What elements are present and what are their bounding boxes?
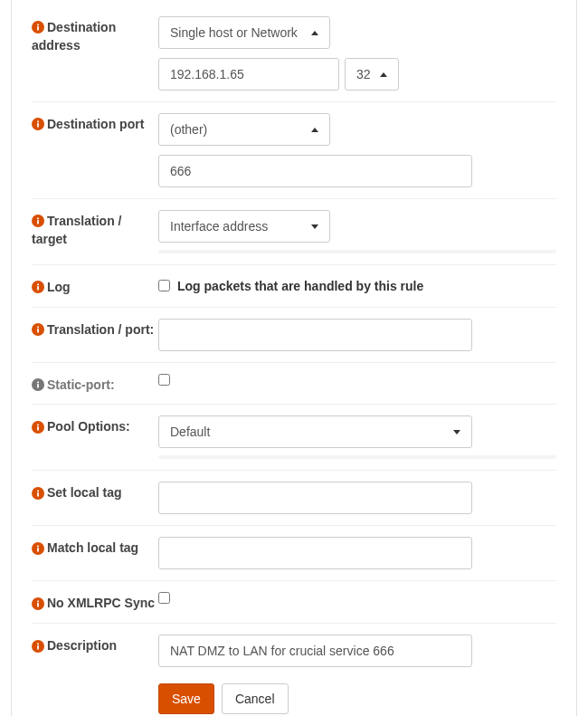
destination-address-type-select[interactable]: Single host or Network: [158, 16, 330, 49]
label-destination-port: Destination port: [32, 113, 158, 187]
match-local-tag-input[interactable]: [158, 537, 472, 569]
label-match-local-tag: Match local tag: [32, 537, 158, 569]
svg-rect-31: [37, 645, 39, 649]
info-icon[interactable]: [32, 215, 44, 227]
destination-address-type-value: Single host or Network: [170, 25, 298, 40]
info-icon[interactable]: [32, 542, 44, 555]
description-input[interactable]: [158, 635, 472, 667]
svg-rect-7: [37, 220, 39, 224]
caret-down-icon: [311, 224, 318, 229]
pool-options-value: Default: [170, 425, 210, 439]
row-match-local-tag: Match local tag: [32, 525, 556, 580]
svg-rect-19: [37, 426, 39, 430]
row-log: Log Log packets that are handled by this…: [32, 264, 556, 307]
static-port-checkbox[interactable]: [158, 374, 170, 386]
svg-rect-29: [37, 600, 39, 602]
svg-rect-13: [37, 329, 39, 332]
svg-rect-25: [37, 548, 39, 551]
pool-options-inputs: Default: [158, 415, 556, 459]
button-row: Save Cancel: [158, 683, 556, 714]
label-description: Description: [32, 635, 158, 667]
label-pool-options: Pool Options:: [32, 415, 158, 459]
helper-strip: [158, 250, 556, 253]
label-static-port: Static-port:: [32, 374, 158, 394]
log-checkbox-label: Log packets that are handled by this rul…: [177, 279, 423, 293]
caret-up-icon: [311, 31, 318, 35]
info-icon[interactable]: [32, 281, 44, 293]
svg-rect-8: [37, 218, 39, 220]
cancel-button[interactable]: Cancel: [222, 683, 289, 714]
row-pool-options: Pool Options: Default: [32, 404, 556, 470]
set-local-tag-inputs: [158, 482, 556, 514]
svg-rect-5: [37, 121, 39, 123]
row-buttons: Save Cancel: [32, 678, 556, 716]
svg-rect-17: [37, 382, 39, 384]
label-translation-target: Translation / target: [32, 210, 158, 253]
label-log: Log: [32, 276, 158, 296]
match-local-tag-inputs: [158, 537, 556, 569]
row-description: Description: [32, 623, 556, 678]
pool-options-select[interactable]: Default: [158, 415, 472, 448]
info-icon[interactable]: [32, 323, 44, 336]
info-icon[interactable]: [32, 421, 44, 434]
svg-rect-1: [37, 26, 39, 30]
button-spacer: [32, 683, 158, 714]
row-no-xmlrpc: No XMLRPC Sync: [32, 580, 556, 623]
svg-rect-20: [37, 424, 39, 425]
svg-rect-4: [37, 123, 39, 127]
destination-port-type-select[interactable]: (other): [158, 113, 330, 146]
svg-rect-2: [37, 24, 39, 26]
svg-rect-32: [37, 643, 39, 644]
description-inputs: [158, 635, 556, 667]
label-no-xmlrpc: No XMLRPC Sync: [32, 592, 158, 612]
log-checkbox[interactable]: [158, 280, 170, 291]
translation-target-value: Interface address: [170, 219, 268, 234]
row-static-port: Static-port:: [32, 362, 556, 405]
info-icon[interactable]: [32, 378, 44, 391]
label-set-local-tag: Set local tag: [32, 482, 158, 514]
row-destination-address: Destination address Single host or Netwo…: [32, 0, 556, 101]
label-destination-address: Destination address: [32, 16, 158, 91]
row-translation-target: Translation / target Interface address: [32, 198, 556, 264]
static-port-inputs: [158, 374, 556, 394]
label-translation-port: Translation / port:: [32, 319, 158, 351]
info-icon[interactable]: [32, 118, 44, 130]
no-xmlrpc-inputs: [158, 592, 556, 612]
info-icon[interactable]: [32, 640, 44, 653]
save-button[interactable]: Save: [158, 683, 214, 714]
translation-port-input[interactable]: [158, 319, 472, 351]
destination-address-ip-line: 32: [158, 58, 556, 91]
translation-target-select[interactable]: Interface address: [158, 210, 330, 243]
info-icon[interactable]: [32, 597, 44, 610]
svg-rect-23: [37, 490, 39, 492]
nat-rule-form: Destination address Single host or Netwo…: [11, 0, 577, 716]
caret-up-icon: [380, 72, 387, 77]
info-icon[interactable]: [32, 21, 44, 33]
svg-rect-16: [37, 384, 39, 387]
destination-mask-select[interactable]: 32: [345, 58, 399, 91]
row-destination-port: Destination port (other): [32, 101, 556, 198]
caret-down-icon: [453, 430, 460, 434]
svg-rect-28: [37, 603, 39, 606]
translation-port-inputs: [158, 319, 556, 351]
row-set-local-tag: Set local tag: [32, 470, 556, 525]
translation-target-inputs: Interface address: [158, 210, 556, 253]
destination-ip-input[interactable]: [158, 58, 339, 91]
destination-mask-value: 32: [356, 67, 371, 81]
svg-rect-11: [37, 284, 39, 286]
svg-rect-14: [37, 327, 39, 329]
svg-rect-26: [37, 545, 39, 547]
helper-strip: [158, 455, 556, 459]
destination-port-type-value: (other): [170, 122, 207, 137]
row-translation-port: Translation / port:: [32, 307, 556, 362]
destination-port-input[interactable]: [158, 155, 472, 187]
destination-port-inputs: (other): [158, 113, 556, 187]
log-inputs: Log packets that are handled by this rul…: [158, 276, 556, 296]
caret-up-icon: [311, 128, 318, 132]
svg-rect-10: [37, 286, 39, 290]
set-local-tag-input[interactable]: [158, 482, 472, 514]
no-xmlrpc-checkbox[interactable]: [158, 592, 170, 604]
svg-rect-22: [37, 492, 39, 496]
destination-address-inputs: Single host or Network 32: [158, 16, 556, 91]
info-icon[interactable]: [32, 487, 44, 500]
